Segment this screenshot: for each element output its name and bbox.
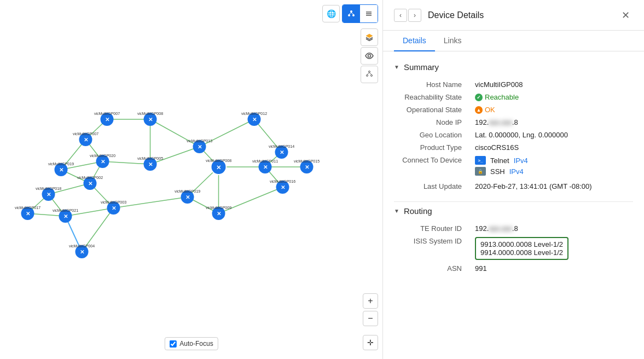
svg-text:✕: ✕ — [88, 181, 92, 187]
operational-text: OK — [485, 106, 495, 114]
svg-line-97 — [349, 13, 351, 14]
te-router-blurred: xxx.xxx — [489, 224, 512, 233]
telnet-ipv4-link[interactable]: IPv4 — [514, 157, 528, 165]
topology-view-button[interactable] — [343, 5, 360, 22]
svg-point-96 — [352, 14, 355, 16]
tabs: Details Links — [383, 31, 644, 51]
eye-button[interactable] — [361, 47, 378, 65]
svg-text:✕: ✕ — [63, 213, 68, 219]
svg-text:vicMultiIGP008: vicMultiIGP008 — [206, 159, 231, 163]
svg-text:vicMultiIGP020: vicMultiIGP020 — [90, 154, 115, 158]
operational-label: Operational State — [394, 103, 471, 116]
globe-icon[interactable]: 🌐 — [322, 5, 340, 22]
svg-text:✕: ✕ — [101, 159, 105, 165]
summary-arrow: ▼ — [394, 64, 399, 70]
tab-details[interactable]: Details — [394, 31, 435, 51]
ssh-row: 🔒 SSH IPv4 — [475, 167, 629, 176]
svg-text:vicMultiIGP017: vicMultiIGP017 — [15, 206, 40, 210]
isis-highlight-box: 9913.0000.0008 Level-1/2 9914.0000.0008 … — [475, 237, 568, 260]
tree-button[interactable] — [361, 66, 378, 83]
layers-button[interactable] — [361, 28, 378, 46]
panel-content: ▼ Summary Host Name vicMultiIGP008 Reach… — [383, 51, 644, 359]
reachability-row: Reachability State ✓ Reachable — [394, 91, 633, 103]
reachability-value: ✓ Reachable — [471, 91, 633, 103]
auto-focus-text: Auto-Focus — [179, 340, 213, 348]
nodeip-prefix: 192. — [475, 118, 489, 126]
reachability-label: Reachability State — [394, 91, 471, 103]
svg-text:vicMultiIGP002: vicMultiIGP002 — [77, 176, 103, 180]
hostname-row: Host Name vicMultiIGP008 — [394, 78, 633, 91]
nav-arrows: ‹ › — [394, 9, 421, 22]
svg-text:✕: ✕ — [252, 117, 257, 123]
nav-forward-button[interactable]: › — [408, 9, 421, 22]
svg-line-98 — [351, 13, 353, 14]
svg-point-105 — [371, 75, 373, 77]
telnet-label: Telnet — [490, 157, 509, 165]
svg-text:✕: ✕ — [47, 192, 51, 198]
bottom-controls: Auto-Focus — [164, 337, 218, 350]
ssh-ipv4-link[interactable]: IPv4 — [509, 167, 524, 176]
svg-text:✕: ✕ — [185, 194, 190, 200]
close-button[interactable]: ✕ — [618, 8, 633, 23]
svg-text:vicMultiIGP016: vicMultiIGP016 — [270, 180, 295, 183]
geo-row: Geo Location Lat. 0.000000, Lng. 0.00000… — [394, 129, 633, 141]
svg-text:vicMultiIGP011: vicMultiIGP011 — [252, 159, 278, 163]
operational-value: ▲ OK — [471, 103, 633, 116]
move-tool-button[interactable]: ✛ — [363, 335, 378, 350]
section-divider — [394, 201, 633, 202]
svg-point-103 — [369, 71, 370, 73]
geo-value: Lat. 0.000000, Lng. 0.000000 — [471, 129, 633, 141]
isis-value-2: 9914.0000.0008 Level-1/2 — [480, 248, 563, 257]
summary-table: Host Name vicMultiIGP008 Reachability St… — [394, 78, 633, 193]
routing-section-header[interactable]: ▼ Routing — [394, 206, 633, 216]
isis-row: ISIS System ID 9913.0000.0008 Level-1/2 … — [394, 235, 633, 262]
hostname-label: Host Name — [394, 78, 471, 91]
operational-icon: ▲ — [475, 106, 483, 114]
svg-text:✕: ✕ — [148, 117, 153, 123]
isis-value-1: 9913.0000.0008 Level-1/2 — [480, 240, 563, 248]
svg-text:vicMultiIGP019: vicMultiIGP019 — [175, 189, 200, 193]
svg-text:✕: ✕ — [216, 164, 221, 171]
svg-point-95 — [348, 14, 350, 16]
nodeip-label: Node IP — [394, 116, 471, 129]
connect-label: Connect To Device — [394, 154, 471, 180]
map-top-toolbar: 🌐 — [322, 4, 378, 23]
nodeip-blurred: xxx.xxx — [489, 118, 512, 126]
svg-text:vicMultiIGP021: vicMultiIGP021 — [53, 209, 78, 212]
svg-text:✕: ✕ — [105, 117, 109, 123]
te-router-prefix: 192. — [475, 224, 489, 233]
routing-arrow: ▼ — [394, 208, 399, 214]
svg-point-94 — [350, 10, 352, 13]
svg-text:vicMultiIGP018: vicMultiIGP018 — [36, 187, 61, 190]
asn-value: 991 — [471, 262, 633, 275]
auto-focus-label[interactable]: Auto-Focus — [164, 337, 218, 350]
svg-text:vicMultiIGP008: vicMultiIGP008 — [137, 112, 163, 115]
svg-text:✕: ✕ — [84, 137, 88, 143]
asn-label: ASN — [394, 262, 471, 275]
zoom-in-button[interactable]: + — [363, 293, 378, 309]
svg-text:vicMultiIGP009: vicMultiIGP009 — [206, 206, 231, 210]
panel-title: Device Details — [428, 10, 618, 20]
ssh-label: SSH — [490, 167, 505, 176]
svg-text:✕: ✕ — [280, 149, 284, 155]
geo-label: Geo Location — [394, 129, 471, 141]
te-router-suffix: .8 — [512, 224, 518, 233]
svg-line-8 — [150, 147, 200, 164]
svg-text:✕: ✕ — [305, 164, 309, 170]
zoom-out-button[interactable]: − — [363, 311, 378, 326]
asn-row: ASN 991 — [394, 262, 633, 275]
svg-text:✕: ✕ — [198, 144, 202, 150]
reachability-text: Reachable — [485, 93, 519, 101]
svg-line-7 — [103, 161, 150, 164]
auto-focus-checkbox[interactable] — [169, 340, 176, 348]
list-view-button[interactable] — [360, 5, 378, 22]
nodeip-suffix: .8 — [512, 118, 518, 126]
telnet-row: >_ Telnet IPv4 — [475, 156, 629, 165]
tab-links[interactable]: Links — [435, 31, 471, 51]
svg-text:vicMultiIGP007: vicMultiIGP007 — [94, 112, 120, 115]
product-value: ciscoCRS16S — [471, 141, 633, 154]
svg-text:vicMultiIGP004: vicMultiIGP004 — [69, 244, 95, 248]
nav-back-button[interactable]: ‹ — [394, 9, 407, 22]
routing-table: TE Router ID 192.xxx.xxx.8 ISIS System I… — [394, 222, 633, 275]
summary-section-header[interactable]: ▼ Summary — [394, 62, 633, 72]
